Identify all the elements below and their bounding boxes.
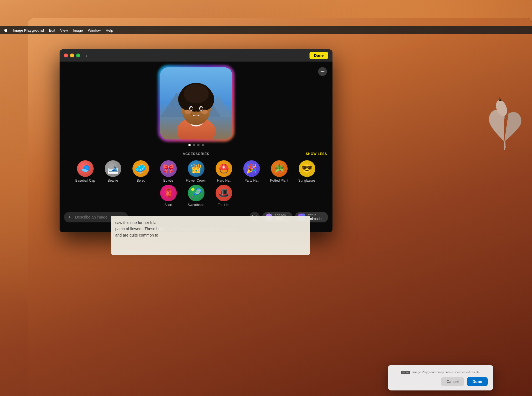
menubar: Image Playground Edit View Image Window … <box>0 26 532 34</box>
app-window: ‹ Done ••• <box>60 49 332 232</box>
party-hat-icon: 🎉 <box>243 160 260 177</box>
flower-crown-label: Flower Crown <box>186 179 206 182</box>
hard-hat-label: Hard Hat <box>217 179 230 182</box>
top-hat-label: Top Hat <box>218 203 229 207</box>
style-label: STYLE <box>308 214 324 217</box>
accessories-grid: 🧢 Baseball Cap 🎿 Beanie 🥏 Beret 🎀 Bowtie… <box>65 160 327 207</box>
sweatband-icon: 🎾 <box>188 185 204 201</box>
sunglasses-label: Sunglasses <box>298 179 315 182</box>
dialog-beta-row: BETA Image Playground may create unexpec… <box>393 369 488 374</box>
back-button[interactable]: ‹ <box>86 53 87 58</box>
sunglasses-icon: 😎 <box>299 160 315 177</box>
apple-menu-icon[interactable] <box>3 28 8 32</box>
svg-point-18 <box>185 110 191 114</box>
maximize-button[interactable] <box>76 54 80 57</box>
svg-point-17 <box>201 108 202 109</box>
baseball-cap-icon: 🧢 <box>77 160 94 177</box>
accessory-top-hat[interactable]: 🎩 Top Hat <box>213 185 235 207</box>
beret-label: Beret <box>137 179 145 182</box>
svg-point-20 <box>195 111 198 113</box>
beanie-label: Beanie <box>108 179 118 182</box>
accessory-flower-crown[interactable]: 👑 Flower Crown <box>185 160 207 182</box>
menubar-view[interactable]: View <box>60 28 68 32</box>
bird-decoration <box>477 86 532 155</box>
scarf-label: Scarf <box>164 203 172 207</box>
dialog-beta-badge: BETA <box>401 371 410 374</box>
dialog-beta-message: Image Playground may create unexpected r… <box>413 370 480 374</box>
menubar-edit[interactable]: Edit <box>49 28 55 32</box>
close-button[interactable] <box>64 54 68 57</box>
cancel-button[interactable]: Cancel <box>441 377 464 386</box>
accessory-bowtie[interactable]: 🎀 Bowtie <box>157 160 180 182</box>
dot-4[interactable] <box>202 144 204 146</box>
accessories-header: ACCESSORIES SHOW LESS <box>65 152 327 156</box>
svg-point-19 <box>201 110 208 114</box>
dot-2[interactable] <box>193 144 195 146</box>
top-hat-icon: 🎩 <box>216 185 232 201</box>
menubar-window[interactable]: Window <box>88 28 101 32</box>
beret-icon: 🥏 <box>132 160 149 177</box>
show-less-button[interactable]: SHOW LESS <box>306 152 327 156</box>
image-dots <box>188 144 204 146</box>
accessory-party-hat[interactable]: 🎉 Party Hat <box>241 160 263 182</box>
bowtie-label: Bowtie <box>163 179 173 182</box>
beanie-icon: 🎿 <box>105 160 121 177</box>
title-bar: ‹ Done <box>60 49 332 62</box>
content-area: ••• <box>60 62 332 232</box>
accessory-potted-plant[interactable]: 🪴 Potted Plant <box>268 160 290 182</box>
accessory-scarf[interactable]: 🧣 Scarf <box>157 185 180 207</box>
more-options-button[interactable]: ••• <box>318 67 327 76</box>
describe-icon: ✦ <box>68 215 71 219</box>
flower-crown-icon: 👑 <box>188 160 204 177</box>
traffic-lights <box>64 54 80 57</box>
generated-image[interactable] <box>160 67 232 139</box>
done-button[interactable]: Done <box>310 52 328 59</box>
accessories-title: ACCESSORIES <box>183 152 209 156</box>
accessory-hard-hat[interactable]: ⛑️ Hard Hat <box>213 160 235 182</box>
accessory-beret[interactable]: 🥏 Beret <box>130 160 152 182</box>
accessories-section: ACCESSORIES SHOW LESS 🧢 Baseball Cap 🎿 B… <box>60 152 332 210</box>
generated-image-container <box>160 67 232 139</box>
svg-point-16 <box>191 108 192 109</box>
svg-point-11 <box>184 84 209 103</box>
underlying-text: saw this one further Inla patch of flowe… <box>115 220 306 238</box>
accessory-sweatband[interactable]: 🎾 Sweatband <box>185 185 207 207</box>
party-hat-label: Party Hat <box>244 179 258 182</box>
accessory-baseball-cap[interactable]: 🧢 Baseball Cap <box>74 160 96 182</box>
baseball-cap-label: Baseball Cap <box>75 179 95 182</box>
accessory-beanie[interactable]: 🎿 Beanie <box>102 160 124 182</box>
scarf-icon: 🧣 <box>160 185 177 201</box>
dot-1[interactable] <box>188 144 191 146</box>
accessory-sunglasses[interactable]: 😎 Sunglasses <box>296 160 318 182</box>
minimize-button[interactable] <box>70 54 74 57</box>
menubar-image[interactable]: Image <box>73 28 83 32</box>
dialog-done-button[interactable]: Done <box>467 377 488 386</box>
person-label: PERSON <box>275 214 286 217</box>
sweatband-label: Sweatband <box>188 203 204 207</box>
menubar-app-name[interactable]: Image Playground <box>13 28 44 32</box>
hard-hat-icon: ⛑️ <box>216 160 232 177</box>
menubar-help[interactable]: Help <box>106 28 113 32</box>
image-area: ••• <box>60 62 332 152</box>
dialog-overlay: BETA Image Playground may create unexpec… <box>388 365 493 390</box>
underlying-window: saw this one further Inla patch of flowe… <box>111 216 310 255</box>
potted-plant-icon: 🪴 <box>271 160 288 177</box>
potted-plant-label: Potted Plant <box>270 179 288 182</box>
bowtie-icon: 🎀 <box>160 160 177 177</box>
dot-3[interactable] <box>197 144 200 146</box>
dialog-buttons: Cancel Done <box>393 377 488 386</box>
svg-point-26 <box>499 100 501 101</box>
